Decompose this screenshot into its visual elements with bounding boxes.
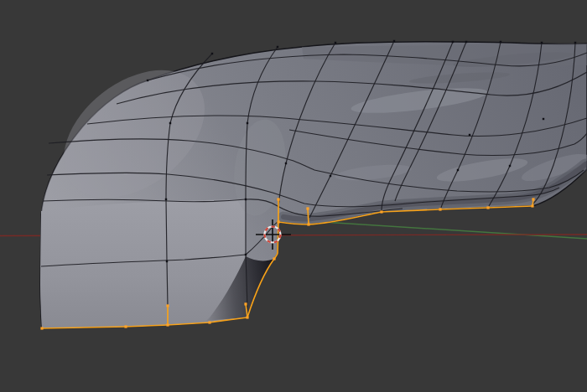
vertex[interactable] xyxy=(457,169,459,171)
selected-vertex[interactable] xyxy=(307,223,309,225)
selected-vertex[interactable] xyxy=(486,206,489,209)
selected-vertex[interactable] xyxy=(532,198,534,200)
vertex[interactable] xyxy=(169,122,171,124)
selected-vertex[interactable] xyxy=(439,208,441,210)
selected-vertex[interactable] xyxy=(277,220,279,223)
selected-vertex[interactable] xyxy=(246,316,248,318)
vertex[interactable] xyxy=(452,41,454,43)
vertex[interactable] xyxy=(245,254,247,255)
selected-vertex[interactable] xyxy=(166,304,169,307)
vertex[interactable] xyxy=(247,122,248,124)
selected-vertex[interactable] xyxy=(380,210,382,213)
vertex[interactable] xyxy=(335,42,336,44)
vertex[interactable] xyxy=(469,134,470,136)
vertex[interactable] xyxy=(147,80,148,81)
vertex[interactable] xyxy=(393,40,395,42)
selected-vertex[interactable] xyxy=(531,204,533,207)
vertex[interactable] xyxy=(543,118,544,120)
selected-vertex[interactable] xyxy=(277,198,279,200)
selected-vertex[interactable] xyxy=(208,321,210,323)
vertex[interactable] xyxy=(465,41,467,43)
vertex[interactable] xyxy=(541,42,543,44)
vertex[interactable] xyxy=(574,42,576,44)
vertex[interactable] xyxy=(285,162,287,164)
vertex[interactable] xyxy=(166,260,168,262)
3d-viewport[interactable] xyxy=(0,0,587,392)
vertex[interactable] xyxy=(165,199,167,200)
selected-vertex[interactable] xyxy=(244,302,247,305)
vertex[interactable] xyxy=(500,41,501,43)
selected-vertex[interactable] xyxy=(124,325,127,328)
selected-vertex[interactable] xyxy=(166,323,169,326)
viewport-canvas[interactable] xyxy=(0,0,587,392)
vertex[interactable] xyxy=(211,53,213,54)
selected-vertex[interactable] xyxy=(40,327,43,329)
vertex[interactable] xyxy=(245,199,247,200)
vertex[interactable] xyxy=(277,46,278,48)
selected-edge[interactable] xyxy=(308,209,309,224)
vertex[interactable] xyxy=(330,175,331,177)
vertex[interactable] xyxy=(509,165,511,167)
selected-vertex[interactable] xyxy=(273,257,275,260)
selected-vertex[interactable] xyxy=(306,207,309,209)
